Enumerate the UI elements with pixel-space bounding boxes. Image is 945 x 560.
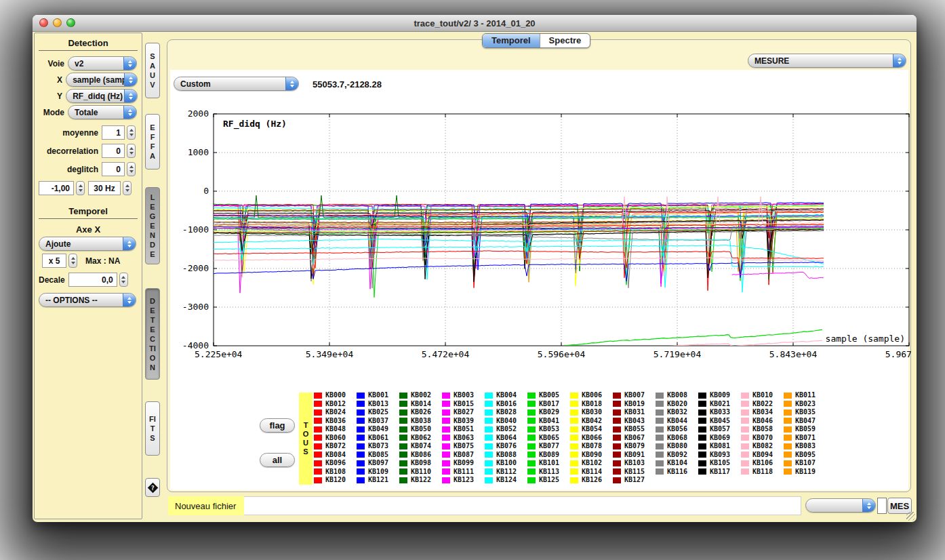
legend-item-KB017[interactable]: KB017 [527,400,559,408]
color-swatch[interactable] [485,401,493,407]
legend-item-KB108[interactable]: KB108 [314,468,346,476]
legend-item-KB055[interactable]: KB055 [613,425,645,433]
color-swatch[interactable] [442,452,450,458]
legend-item-KB039[interactable]: KB039 [442,417,474,425]
legend-item-KB011[interactable]: KB011 [784,391,816,399]
legend-item-KB123[interactable]: KB123 [442,476,474,484]
x5-stepper[interactable] [68,254,77,268]
legend-item-KB080[interactable]: KB080 [656,442,687,450]
color-swatch[interactable] [784,401,792,407]
color-swatch[interactable] [399,435,407,441]
legend-item-KB020[interactable]: KB020 [656,400,687,408]
deglitch-field[interactable]: 0 [102,162,125,176]
close-button[interactable] [39,18,48,27]
resize-grip[interactable] [906,512,915,521]
vtab-legende[interactable]: LEGENDE [145,187,160,264]
legend-item-KB124[interactable]: KB124 [485,476,517,484]
color-swatch[interactable] [570,418,578,424]
legend-item-KB049[interactable]: KB049 [357,425,388,433]
legend-item-KB051[interactable]: KB051 [442,425,474,433]
color-swatch[interactable] [741,452,749,458]
help-button[interactable]: ? [145,478,160,497]
legend-item-KB023[interactable]: KB023 [784,400,816,408]
legend-item-KB038[interactable]: KB038 [399,417,431,425]
legend-item-KB031[interactable]: KB031 [613,408,645,416]
color-swatch[interactable] [613,477,621,483]
legend-item-KB106[interactable]: KB106 [741,459,773,467]
color-swatch[interactable] [485,468,493,475]
tab-spectre[interactable]: Spectre [540,34,590,47]
color-swatch[interactable] [442,426,450,433]
legend-item-KB034[interactable]: KB034 [741,408,773,416]
color-swatch[interactable] [314,409,322,416]
legend-item-KB127[interactable]: KB127 [613,476,645,484]
legend-item-KB045[interactable]: KB045 [698,417,730,425]
flag-button[interactable]: flag [260,418,295,433]
color-swatch[interactable] [485,393,493,399]
legend-item-KB058[interactable]: KB058 [741,425,773,433]
color-swatch[interactable] [656,418,664,424]
color-swatch[interactable] [314,452,322,458]
legend-item-KB067[interactable]: KB067 [613,434,645,442]
color-swatch[interactable] [399,426,407,433]
legend-item-KB033[interactable]: KB033 [698,408,730,416]
legend-item-KB026[interactable]: KB026 [399,408,431,416]
color-swatch[interactable] [357,468,365,475]
color-swatch[interactable] [784,418,792,424]
legend-item-KB048[interactable]: KB048 [314,425,346,433]
color-swatch[interactable] [613,401,621,407]
color-swatch[interactable] [613,393,621,399]
vtab-fits[interactable]: FITS [145,401,160,456]
legend-item-KB094[interactable]: KB094 [741,451,773,459]
legend-item-KB119[interactable]: KB119 [784,468,816,476]
color-swatch[interactable] [442,443,450,449]
color-swatch[interactable] [485,477,493,483]
legend-item-KB069[interactable]: KB069 [698,434,730,442]
color-swatch[interactable] [442,468,450,475]
legend-item-KB102[interactable]: KB102 [570,459,602,467]
color-swatch[interactable] [570,401,578,407]
color-swatch[interactable] [442,393,450,399]
legend-item-KB100[interactable]: KB100 [485,459,517,467]
legend-item-KB025[interactable]: KB025 [357,408,388,416]
color-swatch[interactable] [656,393,664,399]
color-swatch[interactable] [357,393,365,399]
legend-item-KB118[interactable]: KB118 [741,468,773,476]
legend-item-KB019[interactable]: KB019 [613,400,645,408]
legend-item-KB105[interactable]: KB105 [698,459,730,467]
color-swatch[interactable] [357,409,365,416]
legend-item-KB000[interactable]: KB000 [314,391,346,399]
y-select[interactable]: RF_didq (Hz) [66,89,138,103]
color-swatch[interactable] [357,401,365,407]
legend-item-KB103[interactable]: KB103 [613,459,645,467]
color-swatch[interactable] [741,393,749,399]
color-swatch[interactable] [527,409,536,416]
legend-item-KB037[interactable]: KB037 [357,417,388,425]
legend-item-KB043[interactable]: KB043 [613,417,645,425]
legend-item-KB028[interactable]: KB028 [485,408,517,416]
color-swatch[interactable] [314,393,322,399]
range-preset-select[interactable]: Custom [174,77,299,91]
legend-item-KB004[interactable]: KB004 [485,391,517,399]
x5-field[interactable]: x 5 [42,254,66,268]
legend-item-KB002[interactable]: KB002 [399,391,431,399]
color-swatch[interactable] [399,409,407,416]
legend-item-KB015[interactable]: KB015 [442,400,474,408]
color-swatch[interactable] [399,401,407,407]
legend-item-KB097[interactable]: KB097 [357,459,388,467]
color-swatch[interactable] [485,409,493,416]
color-swatch[interactable] [357,477,365,483]
legend-item-KB068[interactable]: KB068 [656,434,687,442]
color-swatch[interactable] [399,418,407,424]
legend-item-KB110[interactable]: KB110 [399,468,431,476]
color-swatch[interactable] [656,401,664,407]
color-swatch[interactable] [570,393,578,399]
voie-select[interactable]: v2 [68,56,137,71]
legend-item-KB053[interactable]: KB053 [527,425,559,433]
color-swatch[interactable] [613,443,621,449]
color-swatch[interactable] [656,468,664,475]
color-swatch[interactable] [698,435,706,441]
legend-item-KB114[interactable]: KB114 [570,468,602,476]
legend-item-KB122[interactable]: KB122 [399,476,431,484]
color-swatch[interactable] [527,468,536,475]
